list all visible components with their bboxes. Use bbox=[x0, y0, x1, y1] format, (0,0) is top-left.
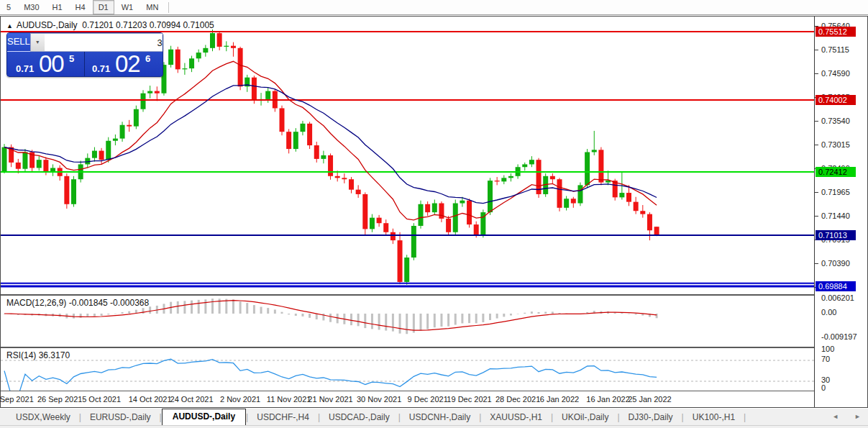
chart-tab-usdcnh-daily[interactable]: USDCNH-,Daily bbox=[401, 410, 479, 425]
y-axis-price-label: 0.75115 bbox=[821, 45, 849, 54]
x-axis-date-label: 9 Dec 2021 bbox=[408, 395, 448, 404]
chart-tab-bar: USDX,Weekly|EURUSD-,Daily|AUDUSD-,Daily|… bbox=[0, 409, 868, 426]
rsi-axis-label: 100 bbox=[821, 345, 834, 353]
chart-tab-usdx-weekly[interactable]: USDX,Weekly bbox=[7, 410, 79, 425]
x-axis-date-label: 25 Jan 2022 bbox=[628, 395, 672, 404]
timeframe-button-h4[interactable]: H4 bbox=[70, 0, 91, 14]
chart-tab-usdcad-daily[interactable]: USDCAD-,Daily bbox=[320, 410, 398, 425]
price-line-badge: 0.74002 bbox=[816, 95, 856, 105]
x-axis-date-label: 19 Dec 2021 bbox=[447, 395, 491, 404]
y-axis-price-label: 0.71440 bbox=[821, 211, 850, 220]
x-axis-date-label: 16 Sep 2021 bbox=[0, 395, 34, 404]
timeframe-button-5[interactable]: 5 bbox=[1, 0, 17, 14]
date-axis[interactable]: 16 Sep 202126 Sep 20215 Oct 202114 Oct 2… bbox=[1, 392, 814, 407]
x-axis-date-label: 2 Nov 2021 bbox=[220, 395, 260, 404]
timeframe-button-d1[interactable]: D1 bbox=[93, 0, 114, 14]
chart-ohlc-values: 0.71201 0.71203 0.70994 0.71005 bbox=[82, 20, 214, 30]
price-line-badge: 0.72412 bbox=[816, 167, 856, 177]
tab-scroll-right-icon[interactable]: ► bbox=[854, 413, 861, 420]
y-axis-price-label: 0.73015 bbox=[821, 140, 850, 149]
chart-tab-ukoil-daily[interactable]: UKOil-,Daily bbox=[553, 410, 617, 425]
sell-price-display[interactable]: 0.71 00 5 bbox=[7, 52, 85, 77]
chart-window: ▲AUDUSD-,Daily 0.71201 0.71203 0.70994 0… bbox=[0, 16, 868, 408]
timeframe-toolbar: 5M30H1H4D1W1MN bbox=[0, 0, 868, 15]
x-axis-date-label: 21 Nov 2021 bbox=[308, 395, 352, 404]
chart-tab-dj30-daily[interactable]: DJ30-,Daily bbox=[620, 410, 682, 425]
collapse-icon[interactable]: ▲ bbox=[6, 22, 13, 29]
rsi-indicator-pane[interactable]: RSI(14) 36.3170 bbox=[1, 347, 814, 391]
trading-platform-window: 5M30H1H4D1W1MN ▲AUDUSD-,Daily 0.71201 0.… bbox=[0, 0, 868, 428]
x-axis-date-label: 6 Jan 2022 bbox=[540, 395, 579, 404]
y-axis-tick-mark bbox=[815, 263, 818, 264]
y-axis-price-label: 0.71965 bbox=[821, 188, 850, 196]
x-axis-date-label: 14 Oct 2021 bbox=[129, 395, 172, 404]
sell-price-prefix: 0.71 bbox=[16, 63, 34, 74]
buy-price-big-digits: 02 bbox=[115, 50, 140, 77]
chart-symbol-label: AUDUSD-,Daily bbox=[17, 20, 78, 30]
y-axis-tick-mark bbox=[815, 216, 818, 217]
x-axis-date-label: 30 Nov 2021 bbox=[357, 395, 401, 404]
volume-decrease-button[interactable]: ▾ bbox=[31, 34, 45, 51]
price-line-badge: 0.69884 bbox=[816, 281, 856, 291]
toolbar-divider bbox=[168, 2, 169, 13]
chart-tab-eurusd-daily[interactable]: EURUSD-,Daily bbox=[81, 410, 160, 425]
volume-spinner: ▾ ▴ bbox=[30, 33, 163, 52]
y-axis-tick-mark bbox=[815, 192, 818, 193]
macd-indicator-pane[interactable]: MACD(12,26,9) -0.001845 -0.000368 bbox=[1, 294, 814, 345]
volume-input[interactable] bbox=[45, 34, 163, 51]
chart-title: ▲AUDUSD-,Daily 0.71201 0.71203 0.70994 0… bbox=[6, 20, 214, 30]
y-axis-tick-mark bbox=[815, 121, 818, 122]
y-axis-tick-mark bbox=[815, 73, 818, 74]
sell-price-pip-digit: 5 bbox=[69, 53, 74, 64]
rsi-axis-label: 70 bbox=[821, 355, 830, 363]
macd-axis-label: -0.009197 bbox=[821, 332, 857, 341]
x-axis-date-label: 26 Sep 2021 bbox=[37, 395, 82, 404]
tab-separator: | bbox=[744, 412, 746, 425]
tab-scroll-left-icon[interactable]: ◄ bbox=[832, 413, 839, 420]
macd-axis-label: 0.00 bbox=[821, 308, 836, 317]
chart-tab-usdchf-h4[interactable]: USDCHF-,H4 bbox=[248, 410, 318, 425]
timeframe-button-mn[interactable]: MN bbox=[140, 0, 164, 14]
x-axis-date-label: 5 Oct 2021 bbox=[82, 395, 121, 404]
timeframe-button-m30[interactable]: M30 bbox=[18, 0, 45, 14]
rsi-axis-label: 0 bbox=[821, 383, 826, 392]
y-axis-price-label: 0.73540 bbox=[821, 117, 850, 125]
one-click-trade-panel: SELL ▾ ▴ BUY 0.71 00 5 0.71 bbox=[6, 32, 163, 77]
buy-price-display[interactable]: 0.71 02 6 bbox=[85, 52, 163, 77]
buy-price-prefix: 0.71 bbox=[92, 63, 110, 74]
price-line-badge: 0.71013 bbox=[816, 230, 856, 240]
main-price-pane[interactable]: ▲AUDUSD-,Daily 0.71201 0.71203 0.70994 0… bbox=[1, 17, 814, 293]
y-axis-price-label: 0.70390 bbox=[821, 259, 850, 268]
buy-price-pip-digit: 6 bbox=[145, 53, 150, 64]
timeframe-button-w1[interactable]: W1 bbox=[116, 0, 140, 14]
y-axis-price-label: 0.74590 bbox=[821, 69, 850, 78]
price-line-badge: 0.75512 bbox=[816, 27, 856, 37]
price-axis[interactable]: 0.756400.751150.745900.740650.735400.730… bbox=[814, 17, 867, 407]
x-axis-date-label: 28 Dec 2021 bbox=[495, 395, 540, 404]
chart-tab-uk100-h1[interactable]: UK100-,H1 bbox=[684, 410, 744, 425]
y-axis-tick-mark bbox=[815, 145, 818, 145]
x-axis-date-label: 24 Oct 2021 bbox=[170, 395, 214, 404]
chart-tab-audusd-daily[interactable]: AUDUSD-,Daily bbox=[162, 409, 246, 425]
x-axis-date-label: 16 Jan 2022 bbox=[586, 395, 630, 404]
y-axis-tick-mark bbox=[815, 50, 818, 50]
rsi-label: RSI(14) 36.3170 bbox=[6, 350, 70, 360]
timeframe-button-h1[interactable]: H1 bbox=[47, 0, 68, 14]
sell-price-big-digits: 00 bbox=[39, 50, 64, 77]
chart-tab-xauusd-h1[interactable]: XAUUSD-,H1 bbox=[481, 410, 551, 425]
sell-button[interactable]: SELL bbox=[7, 33, 30, 52]
x-axis-date-label: 11 Nov 2021 bbox=[267, 395, 311, 404]
macd-label: MACD(12,26,9) -0.001845 -0.000368 bbox=[6, 298, 149, 308]
macd-axis-label: 0.006201 bbox=[821, 293, 854, 302]
